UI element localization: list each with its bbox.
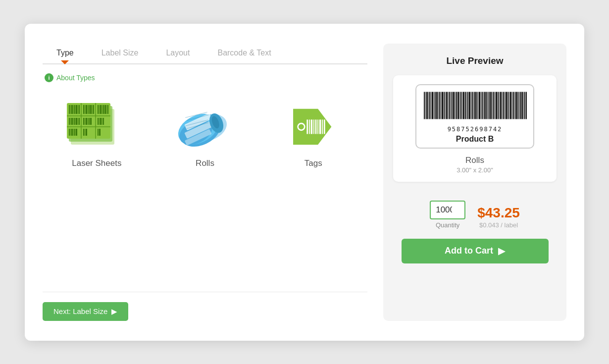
svg-rect-42: [88, 118, 88, 125]
next-button-arrow: ▶: [111, 307, 117, 316]
svg-rect-90: [431, 92, 431, 119]
svg-rect-30: [107, 105, 108, 114]
svg-rect-18: [88, 105, 88, 114]
svg-rect-126: [482, 92, 483, 119]
svg-rect-24: [99, 105, 100, 114]
svg-rect-96: [439, 92, 440, 119]
svg-rect-98: [442, 92, 443, 119]
svg-rect-129: [486, 92, 487, 119]
type-option-tags[interactable]: Tags: [259, 97, 367, 176]
svg-rect-123: [478, 92, 478, 119]
svg-rect-14: [79, 105, 80, 114]
svg-rect-85: [424, 92, 425, 119]
svg-rect-105: [452, 92, 453, 119]
svg-rect-144: [508, 92, 508, 119]
svg-rect-10: [73, 105, 74, 114]
laser-sheets-label: Laser Sheets: [72, 158, 121, 168]
svg-rect-86: [425, 92, 426, 119]
svg-rect-12: [76, 105, 77, 114]
svg-rect-93: [435, 92, 436, 119]
svg-rect-102: [448, 92, 449, 119]
svg-rect-29: [106, 105, 107, 114]
tab-type[interactable]: Type: [43, 44, 88, 63]
quantity-input[interactable]: [430, 201, 465, 219]
svg-rect-31: [69, 118, 70, 125]
svg-rect-150: [515, 92, 517, 119]
svg-rect-88: [428, 92, 429, 119]
svg-rect-34: [73, 118, 74, 125]
svg-rect-79: [313, 119, 314, 134]
svg-rect-20: [90, 105, 92, 114]
svg-rect-149: [514, 92, 515, 119]
right-panel: Live Preview: [383, 44, 566, 321]
svg-rect-106: [453, 92, 455, 119]
preview-title: Live Preview: [446, 55, 503, 66]
svg-rect-50: [69, 129, 70, 136]
svg-rect-46: [99, 118, 100, 125]
svg-rect-39: [83, 118, 84, 125]
svg-rect-89: [429, 92, 430, 119]
svg-rect-13: [78, 105, 78, 114]
add-to-cart-button[interactable]: Add to Cart ▶: [402, 239, 549, 263]
svg-rect-142: [505, 92, 505, 119]
svg-rect-58: [86, 129, 87, 136]
svg-rect-36: [76, 118, 77, 125]
svg-rect-109: [457, 92, 459, 119]
svg-rect-108: [456, 92, 457, 119]
quantity-price-row: Quantity $43.25 $0.043 / label: [393, 201, 557, 229]
svg-rect-92: [434, 92, 434, 119]
about-types[interactable]: i About Types: [45, 73, 367, 82]
tags-icon: [289, 102, 338, 152]
svg-rect-119: [472, 92, 473, 119]
tab-layout[interactable]: Layout: [152, 44, 203, 63]
next-button-label: Next: Label Size: [53, 307, 107, 315]
next-button[interactable]: Next: Label Size ▶: [43, 302, 128, 321]
type-option-laser-sheets[interactable]: Laser Sheets: [43, 97, 151, 176]
svg-rect-17: [86, 105, 87, 114]
svg-rect-83: [322, 119, 323, 134]
svg-rect-41: [86, 118, 87, 125]
svg-rect-113: [463, 92, 464, 119]
tab-barcode-text[interactable]: Barcode & Text: [203, 44, 285, 63]
tab-label-size[interactable]: Label Size: [88, 44, 152, 63]
divider: [43, 292, 367, 292]
barcode-product-name: Product B: [456, 135, 494, 144]
svg-rect-116: [467, 92, 468, 119]
svg-rect-143: [506, 92, 507, 119]
svg-rect-110: [459, 92, 460, 119]
svg-rect-26: [102, 105, 102, 114]
rolls-icon: [175, 102, 235, 152]
svg-rect-101: [446, 92, 448, 119]
svg-rect-43: [89, 118, 90, 125]
svg-rect-104: [451, 92, 451, 119]
info-icon: i: [45, 73, 53, 82]
svg-rect-48: [102, 118, 102, 125]
svg-rect-120: [473, 92, 474, 119]
svg-rect-21: [92, 105, 93, 114]
svg-rect-51: [70, 129, 71, 136]
svg-rect-114: [465, 92, 466, 119]
svg-rect-47: [100, 118, 102, 125]
svg-rect-128: [484, 92, 486, 119]
type-option-rolls[interactable]: Rolls: [151, 97, 259, 176]
svg-rect-49: [103, 118, 104, 125]
svg-rect-132: [490, 92, 492, 119]
svg-rect-131: [489, 92, 490, 119]
svg-rect-155: [523, 92, 524, 119]
svg-rect-141: [503, 92, 504, 119]
svg-rect-91: [432, 92, 433, 119]
svg-rect-52: [71, 129, 73, 136]
svg-rect-147: [512, 92, 512, 119]
svg-rect-122: [476, 92, 477, 119]
preview-type: Rolls: [465, 156, 484, 165]
svg-rect-76: [306, 119, 308, 134]
about-types-label: About Types: [56, 74, 95, 82]
svg-rect-130: [488, 92, 488, 119]
svg-rect-57: [85, 129, 85, 136]
add-to-cart-label: Add to Cart: [445, 246, 493, 256]
svg-rect-95: [438, 92, 439, 119]
quantity-column: Quantity: [430, 201, 465, 229]
svg-rect-157: [526, 92, 527, 119]
price-column: $43.25 $0.043 / label: [477, 206, 520, 229]
svg-rect-87: [426, 92, 428, 119]
